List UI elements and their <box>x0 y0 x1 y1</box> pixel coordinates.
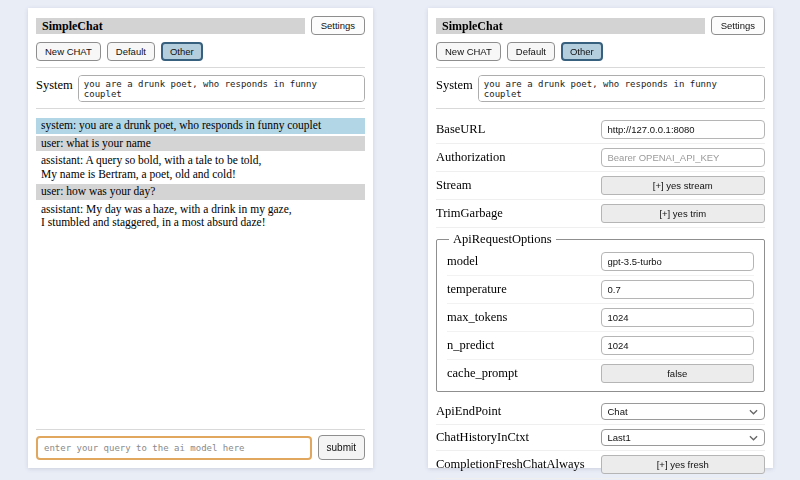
divider <box>36 108 365 109</box>
n-predict-input[interactable] <box>601 336 755 355</box>
settings-row-temperature: temperature <box>447 276 754 304</box>
model-input[interactable] <box>601 252 755 271</box>
system-prompt-input[interactable]: you are a drunk poet, who responds in fu… <box>478 75 765 102</box>
settings-row-api-endpoint: ApiEndPoint Chat <box>436 399 765 425</box>
authorization-label: Authorization <box>436 150 505 165</box>
settings-row-n-predict: n_predict <box>447 332 754 360</box>
submit-button[interactable]: submit <box>318 435 365 460</box>
chat-panel: SimpleChat Settings New CHAT Default Oth… <box>28 8 373 468</box>
trimgarbage-label: TrimGarbage <box>436 206 503 221</box>
settings-row-baseurl: BaseURL <box>436 116 765 144</box>
settings-row-model: model <box>447 248 754 276</box>
settings-row-chat-history-in-ctxt: ChatHistoryInCtxt Last1 <box>436 425 765 451</box>
page: SimpleChat Settings New CHAT Default Oth… <box>0 0 800 480</box>
system-prompt-row: System you are a drunk poet, who respond… <box>36 75 365 102</box>
session-tab-default[interactable]: Default <box>507 42 555 61</box>
new-chat-button[interactable]: New CHAT <box>36 42 101 61</box>
chat-message-assistant: assistant: My day was a haze, with a dri… <box>36 202 365 231</box>
system-prompt-input[interactable]: you are a drunk poet, who responds in fu… <box>78 75 365 102</box>
settings-list: BaseURL Authorization Stream [+] yes str… <box>436 116 765 480</box>
cache-prompt-toggle-button[interactable]: false <box>601 364 755 383</box>
session-toolbar: New CHAT Default Other <box>436 42 765 61</box>
baseurl-input[interactable] <box>601 120 766 139</box>
chat-message-assistant: assistant: A query so bold, with a tale … <box>36 153 365 182</box>
max-tokens-label: max_tokens <box>447 310 507 325</box>
settings-row-completion-fresh-chat-always: CompletionFreshChatAlways [+] yes fresh <box>436 451 765 479</box>
settings-row-stream: Stream [+] yes stream <box>436 172 765 200</box>
api-endpoint-selected-value: Chat <box>608 406 628 417</box>
session-toolbar: New CHAT Default Other <box>36 42 365 61</box>
trimgarbage-toggle-button[interactable]: [+] yes trim <box>601 204 766 223</box>
chat-history-selected-value: Last1 <box>608 432 631 443</box>
chat-history-in-ctxt-select[interactable]: Last1 <box>601 429 766 446</box>
chat-history-in-ctxt-label: ChatHistoryInCtxt <box>436 430 529 445</box>
n-predict-label: n_predict <box>447 338 494 353</box>
chat-history: system: you are a drunk poet, who respon… <box>36 118 365 423</box>
system-label: System <box>36 75 73 102</box>
model-label: model <box>447 254 478 269</box>
api-endpoint-label: ApiEndPoint <box>436 404 501 419</box>
header: SimpleChat Settings <box>36 16 365 35</box>
completion-fresh-toggle-button[interactable]: [+] yes fresh <box>601 455 766 474</box>
divider <box>436 67 765 68</box>
app-title: SimpleChat <box>36 18 305 34</box>
cache-prompt-label: cache_prompt <box>447 366 518 381</box>
settings-panel: SimpleChat Settings New CHAT Default Oth… <box>428 8 773 468</box>
temperature-input[interactable] <box>601 280 755 299</box>
session-tab-other[interactable]: Other <box>561 42 603 61</box>
chat-message-user: user: what is your name <box>36 136 365 152</box>
settings-button[interactable]: Settings <box>711 16 765 35</box>
chevron-down-icon <box>749 435 758 441</box>
chat-message-system: system: you are a drunk poet, who respon… <box>36 118 365 134</box>
settings-row-trimgarbage: TrimGarbage [+] yes trim <box>436 200 765 228</box>
app-title: SimpleChat <box>436 18 705 34</box>
system-label: System <box>436 75 473 102</box>
divider <box>36 67 365 68</box>
completion-fresh-chat-always-label: CompletionFreshChatAlways <box>436 457 585 472</box>
max-tokens-input[interactable] <box>601 308 755 327</box>
chevron-down-icon <box>749 409 758 415</box>
session-tab-other[interactable]: Other <box>161 42 203 61</box>
divider <box>36 429 365 430</box>
api-request-options-fieldset: ApiRequestOptions model temperature max_… <box>436 232 765 392</box>
query-footer: submit <box>36 423 365 460</box>
settings-row-authorization: Authorization <box>436 144 765 172</box>
api-endpoint-select[interactable]: Chat <box>601 403 766 420</box>
baseurl-label: BaseURL <box>436 122 485 137</box>
new-chat-button[interactable]: New CHAT <box>436 42 501 61</box>
query-input[interactable] <box>36 436 312 460</box>
divider <box>436 108 765 109</box>
session-tab-default[interactable]: Default <box>107 42 155 61</box>
query-row: submit <box>36 435 365 460</box>
stream-label: Stream <box>436 178 471 193</box>
chat-message-user: user: how was your day? <box>36 184 365 200</box>
settings-row-max-tokens: max_tokens <box>447 304 754 332</box>
settings-button[interactable]: Settings <box>311 16 365 35</box>
header: SimpleChat Settings <box>436 16 765 35</box>
authorization-input[interactable] <box>601 148 766 167</box>
temperature-label: temperature <box>447 282 507 297</box>
stream-toggle-button[interactable]: [+] yes stream <box>601 176 766 195</box>
settings-row-cache-prompt: cache_prompt false <box>447 360 754 387</box>
fieldset-legend: ApiRequestOptions <box>449 232 556 247</box>
system-prompt-row: System you are a drunk poet, who respond… <box>436 75 765 102</box>
